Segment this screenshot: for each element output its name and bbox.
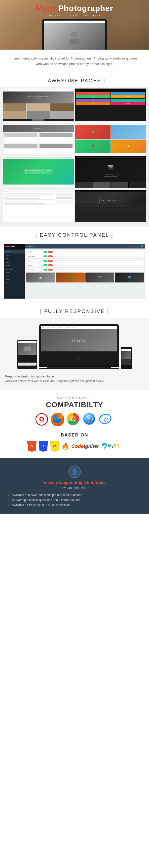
js3-icon: JS — [50, 441, 59, 452]
toggle-on-4[interactable]: ON — [43, 265, 48, 266]
responsive-title: [ FULLY RESPONSIVE ] — [0, 309, 149, 314]
cp-setting-row-3: Gallery ON OFF — [26, 259, 144, 262]
compatibility-title: COMPATIBILTY — [5, 401, 144, 409]
toggle-on-5[interactable]: ON — [43, 269, 48, 271]
support-section: 👤 Friendly support English & Arabic how … — [0, 458, 149, 514]
cp-dot-yellow — [29, 246, 30, 247]
thumb-gallery: 🎄 🎁 ⭐ AWESOME MOMMY — [75, 122, 146, 155]
toggle-on-3[interactable]: ON — [43, 260, 48, 261]
support-list-item-2: Answering technical questions about item… — [7, 498, 142, 502]
hero-subtitle: new script for all photographer — [36, 13, 113, 17]
support-subtitle: how can i help you ? — [7, 486, 142, 490]
cp-setting-row-4: Portfolio ON OFF — [26, 264, 144, 267]
cp-nav-gallery: Gallery — [4, 260, 25, 264]
cp-setting-row-1: Site Title ON OFF — [26, 250, 144, 254]
cp-dot-red — [27, 246, 28, 247]
cp-nav-portfolio: Portfolio — [4, 264, 25, 267]
cp-nav-dashboard: Dashboard — [4, 250, 25, 253]
tech-icons-row: 5 3 JS 🔥 CodeIgniter 🐬 MySQL — [5, 441, 144, 452]
pages-row-1: THE PHOTOGRAPHER NAME photographer — [3, 89, 146, 121]
awesome-pages-grid: THE PHOTOGRAPHER NAME photographer — [0, 87, 149, 227]
be-awesome-label: [ BE AWESOME ] — [101, 200, 120, 202]
support-list: Available to answer questions pre and af… — [7, 493, 142, 507]
easy-control-header: [ EASY CONTROL PANEL ] — [0, 227, 149, 242]
cp-nav-settings: Settings — [4, 271, 25, 274]
firefox-icon — [51, 413, 64, 426]
cp-nav-users: Users — [4, 274, 25, 278]
support-content: 👤 Friendly support English & Arabic how … — [7, 465, 142, 507]
based-on-title: BASED ON — [5, 433, 144, 438]
toggle-off-4[interactable]: OFF — [48, 265, 53, 266]
cp-topbar — [25, 244, 145, 248]
camera-icon: 📷 — [108, 164, 114, 169]
hero-section: Maro Photographer new script for all pho… — [0, 0, 149, 50]
thumb-be-awesome: [ BE AWESOME ] — [75, 190, 146, 222]
toggle-on-1[interactable]: ON — [43, 251, 48, 253]
pages-row-3: LOREM IPSUM DOLOR SIT AMET LOREM IPSUM D… — [3, 156, 146, 188]
easy-control-title: [ EASY CONTROL PANEL ] — [0, 232, 149, 238]
opera-icon: O — [35, 413, 48, 426]
cp-nav-pages: Pages — [4, 253, 25, 257]
cp-nav-menus: Menus — [4, 281, 25, 285]
devices-mockup: MARO HOME ABOUT PORTFOLIO BLOG CONTACT P… — [4, 324, 145, 369]
cp-sidebar: ADMIN Dashboard Pages Blog Gallery Portf… — [4, 244, 25, 299]
toggle-off-5[interactable]: OFF — [48, 269, 53, 271]
thumb-camera-portfolio: 📷 VIEW WORK — [75, 156, 146, 188]
awesome-pages-header: [ AWESOME PAGES ] — [0, 73, 149, 87]
thumb-blog — [3, 190, 74, 222]
cp-setting-row-5: Social Links ON OFF — [26, 268, 144, 272]
pages-row-2: PORTFOLIO — [3, 122, 146, 155]
phone-home-button — [125, 366, 127, 368]
cp-content: Site Title ON OFF Blog Enable ON OFF Gal… — [25, 248, 145, 299]
cp-user-avatar — [141, 245, 143, 247]
responsive-desc-2: whatever device your web visitors are us… — [5, 379, 144, 384]
tablet-device — [18, 340, 37, 369]
compatibility-sub-title: MAJOR BROWSER — [5, 396, 144, 400]
pages-row-4: [ BE AWESOME ] — [3, 190, 146, 222]
cp-dot-green — [31, 246, 33, 247]
responsive-section: MARO HOME ABOUT PORTFOLIO BLOG CONTACT P… — [0, 318, 149, 390]
responsive-header: [ FULLY RESPONSIVE ] — [0, 304, 149, 318]
hero-title-main: Photographer — [56, 4, 113, 13]
based-on-section: BASED ON 5 3 JS 🔥 CodeIgniter 🐬 My — [5, 433, 144, 452]
codeigniter-icon: CodeIgniter — [71, 443, 99, 449]
laptop-device: MARO HOME ABOUT PORTFOLIO BLOG CONTACT P… — [39, 324, 119, 369]
chrome-icon — [67, 413, 81, 426]
hero-title-accent: Maro — [36, 4, 56, 13]
toggle-off-1[interactable]: OFF — [48, 251, 53, 253]
ie-icon: e — [99, 413, 114, 426]
fire-icon: 🔥 — [61, 442, 69, 450]
cp-setting-row-2: Blog Enable ON OFF — [26, 254, 144, 258]
toggle-off-2[interactable]: OFF — [48, 255, 53, 257]
cp-nav-media: Media — [4, 278, 25, 281]
support-list-item-1: Available to answer questions pre and af… — [7, 493, 142, 497]
css3-icon: 3 — [38, 441, 48, 452]
hero-title: Maro Photographer — [36, 4, 113, 13]
support-title: Friendly support English & Arabic — [7, 480, 142, 485]
control-panel-section: ADMIN Dashboard Pages Blog Gallery Portf… — [0, 242, 149, 304]
mysql-dolphin-icon: 🐬 — [101, 443, 108, 450]
cp-nav-items: Dashboard Pages Blog Gallery Portfolio T… — [4, 249, 25, 286]
cp-nav-testimonials: Testimonials — [4, 267, 25, 271]
thumb-cards: PORTFOLIO — [3, 122, 74, 155]
cp-main-area: Site Title ON OFF Blog Enable ON OFF Gal… — [25, 244, 145, 299]
toggle-off-3[interactable]: OFF — [48, 260, 53, 261]
description-text: maro photography is specially crafted fo… — [10, 56, 139, 67]
hero-content: Maro Photographer new script for all pho… — [36, 4, 113, 17]
cp-nav-blog: Blog — [4, 257, 25, 260]
browser-icons-row: O — [5, 413, 144, 426]
responsive-desc-1: Responsive design is important today — [5, 374, 144, 379]
support-list-item-3: Available for freelance hire for customi… — [7, 503, 142, 507]
phone-device — [121, 347, 132, 369]
cp-image-thumbs: 🏔️ 🌲 📸 🌃 — [26, 273, 144, 282]
description-section: maro photography is specially crafted fo… — [0, 50, 149, 73]
phone-speaker — [124, 348, 128, 348]
toggle-on-2[interactable]: ON — [43, 255, 48, 257]
support-avatar: 👤 — [68, 465, 81, 478]
safari-icon — [83, 413, 97, 426]
mysql-icon: 🐬 MySQL — [101, 443, 122, 450]
awesome-pages-title: [ AWESOME PAGES ] — [0, 78, 149, 84]
responsive-description: Responsive design is important today wha… — [4, 372, 145, 386]
thumb-dark-portfolio: COLOR 1 COLOR 2 COLOR 3 COLOR 4 COLOR 5 … — [75, 89, 146, 121]
hero-laptop — [42, 19, 107, 50]
